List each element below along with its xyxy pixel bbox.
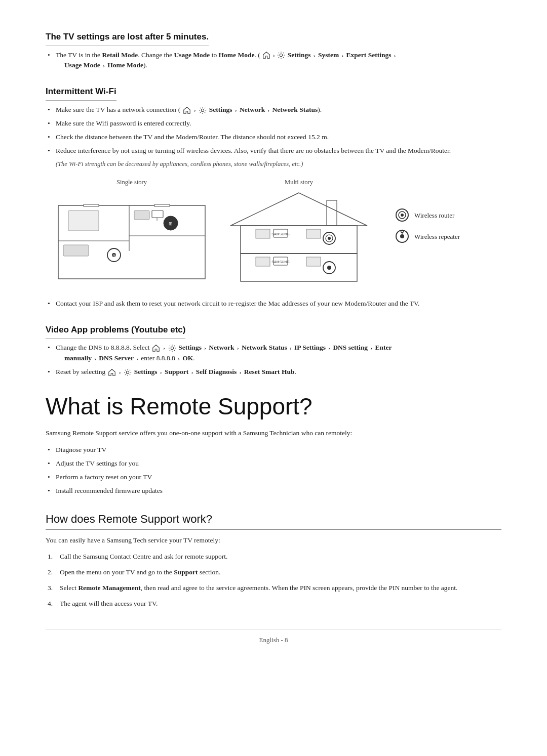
- svg-point-34: [327, 266, 331, 270]
- step-2: 2. Open the menu on your TV and go to th…: [46, 567, 501, 578]
- svg-rect-22: [256, 229, 270, 238]
- svg-point-44: [127, 371, 129, 374]
- wifi-isp-bullet: Contact your ISP and ask them to reset y…: [46, 299, 501, 309]
- wifi-bullet-3: Check the distance between the TV and th…: [46, 132, 501, 143]
- remote-support-bullets: Diagnose your TV Adjust the TV settings …: [46, 445, 501, 496]
- svg-point-38: [401, 214, 404, 217]
- how-remote-section: How does Remote Support work? You can ea…: [46, 511, 501, 609]
- gear-icon-3: [168, 344, 176, 352]
- diagram-legend: Wireless router Wireless repeater: [380, 178, 501, 243]
- multi-story-diagram: Multi story SAMSUNG: [218, 178, 380, 289]
- video-app-bullet-2: Reset by selecting › Settings › Support …: [46, 367, 501, 377]
- footer: English - 8: [46, 629, 501, 645]
- svg-rect-16: [134, 211, 149, 220]
- video-app-bullets: Change the DNS to 8.8.8.8. Select › Sett…: [46, 343, 501, 377]
- wifi-note: (The Wi-Fi strength can be decreased by …: [56, 159, 501, 169]
- router-label: Wireless router: [414, 211, 454, 221]
- tv-settings-section: The TV settings are lost after 5 minutes…: [46, 30, 501, 71]
- video-app-title: Video App problems (Youtube etc): [46, 323, 185, 339]
- wifi-bullet-1: Make sure the TV has a network connectio…: [46, 105, 501, 115]
- remote-support-bullet-4: Install recommended firmware updates: [46, 486, 501, 496]
- remote-support-bullet-2: Adjust the TV settings for you: [46, 458, 501, 469]
- step-1: 1. Call the Samsung Contact Centre and a…: [46, 552, 501, 562]
- wifi-diagram: Single story ⊞: [46, 178, 501, 289]
- svg-rect-23: [306, 229, 321, 238]
- svg-marker-18: [230, 193, 367, 226]
- svg-point-28: [328, 237, 331, 240]
- svg-point-0: [280, 54, 283, 57]
- router-legend-icon: [395, 208, 409, 222]
- svg-text:⊞: ⊞: [169, 221, 173, 226]
- single-story-svg: ⊞ ⊞: [53, 190, 210, 286]
- chevron-icon: ›: [272, 51, 277, 59]
- svg-rect-6: [84, 204, 99, 206]
- tv-settings-bullets: The TV is in the Retail Mode. Change the…: [46, 50, 501, 71]
- repeater-label: Wireless repeater: [414, 232, 460, 242]
- home-icon-3: [152, 344, 160, 352]
- single-story-label: Single story: [46, 178, 218, 187]
- svg-point-43: [171, 347, 173, 350]
- multi-story-svg: SAMSUNG SAMSUNG: [225, 190, 372, 286]
- home-icon-4: [108, 368, 116, 376]
- gear-icon-2: [199, 106, 207, 114]
- multi-story-label: Multi story: [218, 178, 380, 187]
- wifi-title: Intermittent Wi-Fi: [46, 85, 116, 101]
- svg-point-1: [202, 109, 204, 111]
- svg-text:⊞: ⊞: [112, 254, 116, 258]
- svg-rect-7: [154, 204, 170, 206]
- wifi-after-bullets: Contact your ISP and ask them to reset y…: [46, 299, 501, 309]
- svg-rect-30: [306, 257, 321, 266]
- svg-rect-15: [63, 245, 89, 256]
- single-story-diagram: Single story ⊞: [46, 178, 218, 289]
- svg-rect-35: [327, 200, 337, 226]
- footer-text: English - 8: [259, 636, 288, 644]
- step-3: 3. Select Remote Management, then read a…: [46, 583, 501, 594]
- video-app-bullet-1: Change the DNS to 8.8.8.8. Select › Sett…: [46, 343, 501, 364]
- tv-settings-bullet-1: The TV is in the Retail Mode. Change the…: [46, 50, 501, 71]
- repeater-legend-icon: [395, 229, 409, 243]
- gear-icon-4: [124, 368, 132, 376]
- svg-rect-8: [152, 211, 163, 218]
- wifi-section: Intermittent Wi-Fi Make sure the TV has …: [46, 85, 501, 309]
- wifi-bullet-4: Reduce interference by not using or turn…: [46, 146, 501, 156]
- svg-rect-29: [256, 257, 270, 266]
- wifi-bullets: Make sure the TV has a network connectio…: [46, 105, 501, 156]
- svg-point-40: [400, 234, 404, 238]
- gear-icon-1: [277, 51, 285, 59]
- svg-text:SAMSUNG: SAMSUNG: [271, 260, 289, 264]
- svg-rect-17: [68, 211, 99, 231]
- legend-repeater: Wireless repeater: [395, 229, 501, 243]
- remote-support-title: What is Remote Support?: [46, 393, 501, 421]
- wifi-bullet-2: Make sure the Wifi password is entered c…: [46, 118, 501, 129]
- svg-point-41: [401, 230, 404, 233]
- step-4: 4. The agent will then access your TV.: [46, 599, 501, 609]
- home-icon-2: [183, 106, 191, 114]
- remote-support-intro: Samsung Remote Support service offers yo…: [46, 428, 501, 439]
- video-app-section: Video App problems (Youtube etc) Change …: [46, 323, 501, 377]
- how-remote-steps: 1. Call the Samsung Contact Centre and a…: [46, 552, 501, 609]
- remote-support-bullet-3: Perform a factory reset on your TV: [46, 472, 501, 483]
- page: The TV settings are lost after 5 minutes…: [0, 0, 547, 756]
- remote-support-section: What is Remote Support? Samsung Remote S…: [46, 393, 501, 496]
- legend-router: Wireless router: [395, 208, 501, 222]
- how-remote-intro: You can easily have a Samsung Tech servi…: [46, 535, 501, 546]
- tv-settings-title: The TV settings are lost after 5 minutes…: [46, 30, 209, 46]
- home-icon: [262, 51, 270, 59]
- remote-support-bullet-1: Diagnose your TV: [46, 445, 501, 455]
- how-remote-title: How does Remote Support work?: [46, 511, 501, 530]
- svg-text:SAMSUNG: SAMSUNG: [271, 232, 289, 236]
